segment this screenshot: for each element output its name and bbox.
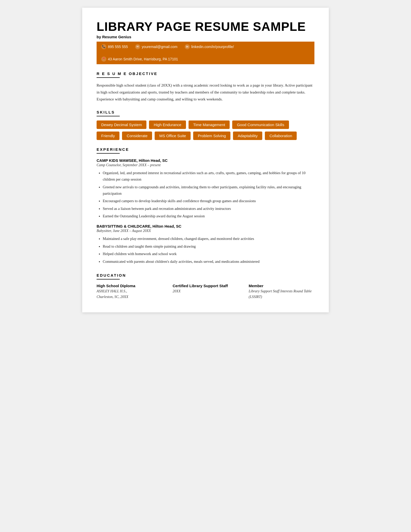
experience-title: EXPERIENCE xyxy=(97,147,314,152)
skill-badge: Considerate xyxy=(122,132,152,140)
edu-col: Certified Library Support Staff20XX xyxy=(173,284,238,300)
linkedin-icon: in xyxy=(185,44,190,49)
contact-linkedin: in linkedin.com/in/yourprofile/ xyxy=(185,44,234,49)
job-bullet: Read to children and taught them simple … xyxy=(103,243,314,250)
resume-container: LIBRARY PAGE RESUME SAMPLE by Resume Gen… xyxy=(82,8,329,312)
skills-grid: Dewey Decimal SystemHigh EnduranceTime M… xyxy=(97,120,314,140)
edu-details: ASHLEY HALL H.S., Charleston, SC, 20XX xyxy=(97,288,162,300)
job-role: Camp Counselor, September 20XX – present xyxy=(97,163,314,167)
skills-section: SKILLS Dewey Decimal SystemHigh Enduranc… xyxy=(97,110,314,140)
byline: by Resume Genius xyxy=(97,35,314,39)
edu-degree: Member xyxy=(249,284,314,288)
skill-badge: High Endurance xyxy=(149,120,186,129)
edu-col: High School DiplomaASHLEY HALL H.S., Cha… xyxy=(97,284,162,300)
edu-details: Library Support Staff Interests Round Ta… xyxy=(249,288,314,300)
jobs-container: CAMP KIDS WAWSEE, Hilton Head, SCCamp Co… xyxy=(97,158,314,265)
skills-title: SKILLS xyxy=(97,110,314,114)
edu-degree: Certified Library Support Staff xyxy=(173,284,238,288)
page-title: LIBRARY PAGE RESUME SAMPLE xyxy=(97,20,314,34)
job-entry: BABYSITTING & CHILDCARE, Hilton Head, SC… xyxy=(97,224,314,265)
education-grid: High School DiplomaASHLEY HALL H.S., Cha… xyxy=(97,284,314,300)
job-entry: CAMP KIDS WAWSEE, Hilton Head, SCCamp Co… xyxy=(97,158,314,220)
skill-badge: Time Management xyxy=(189,120,230,129)
job-company: BABYSITTING & CHILDCARE, Hilton Head, SC xyxy=(97,224,314,228)
skill-badge: Dewey Decimal System xyxy=(97,120,146,129)
skill-badge: Problem Solving xyxy=(193,132,230,140)
job-bullet: Communicated with parents about children… xyxy=(103,258,314,265)
edu-details: 20XX xyxy=(173,288,238,294)
skill-badge: Collaboration xyxy=(265,132,297,140)
experience-divider xyxy=(97,153,120,154)
education-section: EDUCATION High School DiplomaASHLEY HALL… xyxy=(97,273,314,300)
skill-badge: Good Communication Skills xyxy=(232,120,289,129)
job-bullet: Helped children with homework and school… xyxy=(103,251,314,257)
job-bullet: Earned the Outstanding Leadership award … xyxy=(103,213,314,219)
edu-degree: High School Diploma xyxy=(97,284,162,288)
location-icon: 📍 xyxy=(101,57,106,62)
edu-col: MemberLibrary Support Staff Interests Ro… xyxy=(249,284,314,300)
objective-section: R E S U M E OBJECTIVE Responsible high s… xyxy=(97,71,314,103)
job-bullet: Served as a liaison between park and rec… xyxy=(103,206,314,212)
job-bullet: Greeted new arrivals to campgrounds and … xyxy=(103,184,314,197)
job-role: Babysitter, June 20XX – August 20XX xyxy=(97,229,314,233)
objective-divider xyxy=(97,77,120,78)
job-bullet: Maintained a safe play environment, dres… xyxy=(103,236,314,242)
objective-title: R E S U M E OBJECTIVE xyxy=(97,71,314,76)
contact-phone: 📞 895 555 555 xyxy=(101,44,128,49)
skills-divider xyxy=(97,116,120,116)
objective-text: Responsible high school student (class o… xyxy=(97,82,314,103)
education-title: EDUCATION xyxy=(97,273,314,277)
skill-badge: MS Office Suite xyxy=(155,132,191,140)
job-bullets: Organized, led, and promoted interest in… xyxy=(103,170,314,220)
experience-section: EXPERIENCE CAMP KIDS WAWSEE, Hilton Head… xyxy=(97,147,314,265)
email-icon: ✉ xyxy=(135,44,140,49)
phone-icon: 📞 xyxy=(101,44,106,49)
skill-badge: Adaptability xyxy=(233,132,262,140)
contact-address: 📍 43 Aaron Smith Drive, Harrisburg, PA 1… xyxy=(101,57,178,62)
job-bullet: Encouraged campers to develop leadership… xyxy=(103,198,314,204)
education-divider xyxy=(97,279,120,279)
job-company: CAMP KIDS WAWSEE, Hilton Head, SC xyxy=(97,158,314,163)
contact-email: ✉ youremail@gmail.com xyxy=(135,44,178,49)
job-bullets: Maintained a safe play environment, dres… xyxy=(103,236,314,265)
job-bullet: Organized, led, and promoted interest in… xyxy=(103,170,314,183)
skill-badge: Friendly xyxy=(97,132,119,140)
contact-bar: 📞 895 555 555 ✉ youremail@gmail.com in l… xyxy=(97,42,314,64)
